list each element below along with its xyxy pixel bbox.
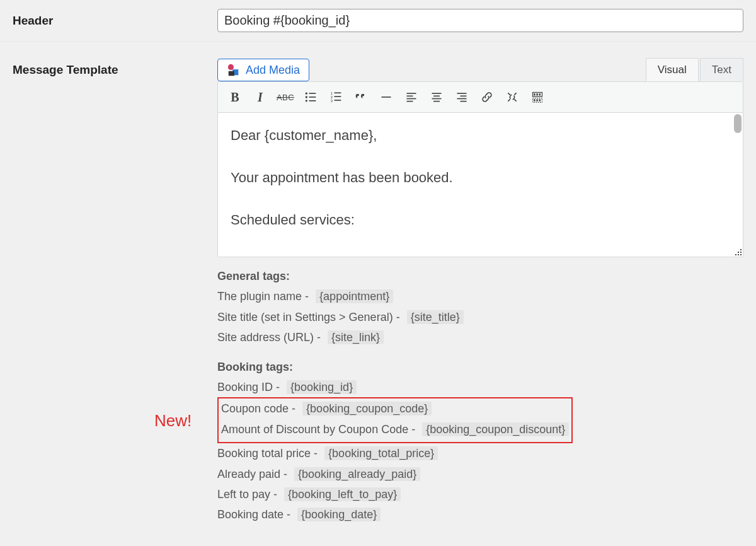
numbered-list-button[interactable]: 123	[324, 86, 348, 108]
editor-line-3: Scheduled services:	[231, 209, 730, 231]
italic-icon: I	[258, 90, 263, 105]
new-callout-label: New!	[154, 406, 192, 436]
svg-rect-20	[432, 98, 442, 100]
editor-header: Add Media Visual Text	[217, 58, 743, 81]
svg-point-42	[738, 254, 739, 255]
tag-rows-general: The plugin name - {appointment} Site tit…	[217, 286, 743, 347]
unlink-button[interactable]	[500, 86, 524, 108]
hr-icon	[380, 91, 392, 103]
svg-line-29	[514, 93, 516, 95]
svg-rect-2	[309, 93, 316, 94]
svg-point-3	[306, 96, 307, 98]
tag-chip: {booking_total_price}	[324, 446, 438, 460]
tag-row: Left to pay - {booking_left_to_pay}	[217, 484, 743, 504]
svg-rect-33	[539, 93, 541, 95]
message-template-row: Message Template Add Media Visual Text B…	[0, 42, 756, 543]
editor-line-1: Dear {customer_name},	[231, 124, 730, 146]
svg-point-41	[738, 252, 739, 253]
svg-rect-31	[534, 93, 536, 95]
svg-point-40	[740, 254, 742, 255]
tag-row: Booking total price - {booking_total_pri…	[217, 443, 743, 463]
general-tags-heading: General tags:	[217, 270, 290, 282]
toolbar-toggle-button[interactable]	[525, 86, 549, 108]
align-center-icon	[430, 91, 443, 103]
tag-chip: {booking_date}	[297, 508, 381, 521]
svg-rect-17	[407, 101, 413, 102]
editor-line-2: Your appointment has been booked.	[231, 166, 730, 189]
link-icon	[481, 91, 493, 103]
align-center-button[interactable]	[425, 86, 449, 108]
blockquote-icon	[355, 91, 367, 103]
tab-text[interactable]: Text	[700, 58, 743, 81]
svg-rect-12	[335, 100, 341, 101]
svg-rect-22	[457, 93, 467, 94]
svg-rect-35	[534, 99, 536, 101]
bullet-list-icon	[304, 91, 317, 103]
tag-chip: {appointment}	[316, 289, 393, 303]
svg-line-27	[514, 99, 516, 101]
tag-chip: {booking_coupon_code}	[302, 402, 432, 415]
align-right-button[interactable]	[450, 86, 474, 108]
svg-rect-23	[461, 96, 467, 97]
svg-rect-36	[536, 99, 538, 101]
editor-tabs: Visual Text	[646, 58, 743, 81]
svg-rect-8	[335, 93, 341, 94]
italic-button[interactable]: I	[248, 86, 272, 108]
tag-row: The plugin name - {appointment}	[217, 286, 743, 306]
hr-button[interactable]	[374, 86, 398, 108]
svg-line-26	[508, 93, 510, 95]
tag-chip: {booking_already_paid}	[294, 467, 420, 481]
toolbar-toggle-icon	[531, 91, 544, 103]
svg-rect-15	[407, 96, 413, 97]
tab-visual[interactable]: Visual	[646, 58, 699, 81]
svg-point-39	[740, 252, 742, 253]
tag-row: Amount of Discount by Coupon Code - {boo…	[221, 419, 569, 439]
tag-row: Coupon code - {booking_coupon_code}	[221, 398, 569, 419]
new-tags-highlight: Coupon code - {booking_coupon_code} Amou…	[217, 397, 573, 443]
editor-wrap: B I ABC 123	[217, 81, 743, 257]
align-left-icon	[405, 91, 418, 103]
svg-point-0	[228, 64, 234, 70]
tag-row: Booking ID - {booking_id}	[217, 377, 743, 397]
svg-rect-10	[335, 96, 341, 97]
link-button[interactable]	[475, 86, 499, 108]
unlink-icon	[506, 91, 518, 103]
tag-chip: {site_link}	[328, 330, 384, 344]
booking-tags-group: Booking tags: Booking ID - {booking_id} …	[217, 357, 743, 525]
tag-row: Site address (URL) - {site_link}	[217, 327, 743, 347]
add-media-button[interactable]: Add Media	[217, 59, 309, 81]
svg-rect-19	[433, 96, 440, 97]
bullet-list-button[interactable]	[299, 86, 323, 108]
tag-row: Booking date - {booking_date}	[217, 504, 743, 525]
tag-chip: {site_title}	[407, 310, 464, 324]
align-right-icon	[455, 91, 468, 103]
svg-point-43	[735, 254, 736, 255]
svg-rect-37	[539, 99, 541, 101]
svg-rect-13	[382, 96, 391, 98]
tag-row: Already paid - {booking_already_paid}	[217, 464, 743, 484]
blockquote-button[interactable]	[349, 86, 373, 108]
header-input[interactable]	[217, 9, 743, 32]
svg-point-1	[306, 93, 307, 95]
editor-body[interactable]: Dear {customer_name}, Your appointment h…	[218, 113, 743, 257]
bold-button[interactable]: B	[223, 86, 247, 108]
numbered-list-icon: 123	[329, 91, 342, 103]
strikethrough-button[interactable]: ABC	[273, 86, 297, 108]
svg-rect-16	[407, 98, 416, 100]
resize-grip-icon[interactable]	[732, 246, 742, 256]
svg-rect-25	[461, 101, 467, 102]
tag-chip: {booking_id}	[287, 380, 357, 394]
svg-rect-18	[432, 93, 442, 94]
add-media-label: Add Media	[246, 64, 300, 77]
svg-point-5	[306, 100, 307, 102]
align-left-button[interactable]	[399, 86, 423, 108]
message-template-label: Message Template	[13, 58, 217, 77]
header-row: Header	[0, 0, 756, 42]
tags-help-region: General tags: The plugin name - {appoint…	[217, 266, 743, 525]
editor-scrollbar[interactable]	[734, 114, 742, 133]
svg-text:3: 3	[331, 99, 333, 103]
strikethrough-icon: ABC	[277, 93, 294, 102]
bold-icon: B	[231, 90, 239, 105]
svg-line-28	[508, 99, 510, 101]
tag-chip: {booking_left_to_pay}	[284, 487, 401, 501]
